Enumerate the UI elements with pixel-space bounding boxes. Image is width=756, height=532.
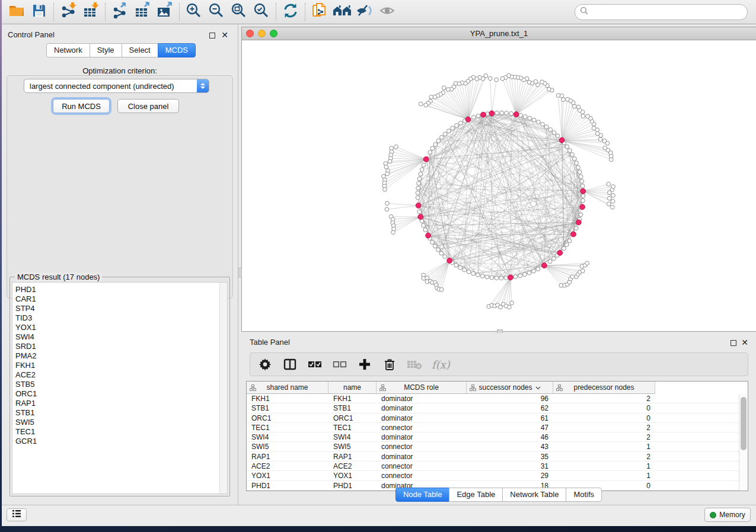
network-node[interactable] [442,86,446,90]
table-row[interactable]: SWI4SWI4dominator462 [247,432,739,442]
network-node[interactable] [580,184,585,188]
network-node[interactable] [527,80,531,84]
dominator-node[interactable] [580,204,585,210]
dominator-node[interactable] [489,111,495,116]
network-node[interactable] [385,172,390,176]
dominator-node[interactable] [541,263,547,268]
export-table-button[interactable] [131,1,154,23]
network-node[interactable] [592,126,596,130]
network-node[interactable] [454,263,458,267]
mcds-result-item[interactable]: STP4 [12,304,227,313]
table-row[interactable]: ACE2ACE2connector311 [247,462,739,471]
network-node[interactable] [417,210,422,214]
network-node[interactable] [480,274,484,278]
close-panel-icon[interactable]: ✕ [221,30,228,40]
table-tab-motifs[interactable]: Motifs [566,488,602,502]
network-node[interactable] [568,149,572,153]
network-node[interactable] [548,259,552,264]
delete-column-button[interactable] [382,357,397,372]
show-details-button[interactable] [376,1,398,23]
mcds-list-scrollbar[interactable] [219,283,227,493]
network-node[interactable] [579,175,583,179]
mcds-result-item[interactable]: TEC1 [12,427,227,437]
network-node[interactable] [495,276,499,280]
network-node[interactable] [548,127,553,132]
network-node[interactable] [500,111,504,115]
network-node[interactable] [433,143,438,147]
mcds-result-list[interactable]: PHD1CAR1STP4TID3YOX1SWI4SRD1PMA2FKH1ACE2… [12,282,228,494]
network-node[interactable] [565,243,569,247]
network-node[interactable] [544,125,548,129]
mcds-result-item[interactable]: RAP1 [12,399,227,408]
network-node[interactable] [495,78,499,82]
network-node[interactable] [383,187,387,191]
network-node[interactable] [507,305,511,309]
column-header-predecessor-nodes[interactable]: predecessor nodes [553,382,655,394]
network-node[interactable] [602,139,607,143]
network-node[interactable] [500,76,505,81]
network-node[interactable] [430,241,435,245]
network-node[interactable] [598,137,602,142]
export-image-button[interactable] [154,1,176,23]
network-node[interactable] [547,87,551,91]
mcds-result-item[interactable]: ORC1 [12,389,227,399]
table-vertical-scrollbar[interactable] [739,394,748,491]
table-tab-network-table[interactable]: Network Table [502,488,566,502]
table-row[interactable]: STB1STB1dominator620 [247,403,739,413]
network-node[interactable] [416,196,420,200]
network-node[interactable] [443,255,447,259]
network-node[interactable] [541,123,545,127]
create-new-column-button[interactable] [357,357,372,372]
control-tab-network[interactable]: Network [46,43,90,57]
network-node[interactable] [570,275,575,279]
mcds-result-item[interactable]: STB1 [12,408,227,418]
network-node[interactable] [455,123,459,127]
network-node[interactable] [611,194,615,198]
network-node[interactable] [429,95,433,99]
dominator-node[interactable] [418,214,423,220]
column-header-name[interactable]: name [328,382,377,394]
criterion-dropdown[interactable]: largest connected component (undirected) [24,79,209,93]
network-node[interactable] [485,275,489,279]
mcds-result-item[interactable]: GCR1 [12,437,227,446]
network-node[interactable] [580,269,585,273]
network-node[interactable] [572,157,576,161]
network-node[interactable] [552,131,556,135]
network-node[interactable] [490,275,494,280]
dominator-node[interactable] [580,188,586,194]
network-node[interactable] [462,268,467,272]
hide-details-button[interactable] [353,1,376,23]
network-node[interactable] [451,126,455,130]
network-node[interactable] [576,105,580,109]
network-node[interactable] [611,199,615,203]
network-node[interactable] [540,80,544,84]
network-node[interactable] [486,112,490,116]
mcds-result-item[interactable]: YOX1 [12,323,227,332]
network-canvas[interactable] [242,41,756,331]
network-node[interactable] [439,287,444,291]
network-node[interactable] [580,180,584,184]
network-node[interactable] [509,111,513,116]
network-window-titlebar[interactable]: YPA_prune.txt_1 [242,27,756,40]
mcds-result-item[interactable]: CAR1 [12,294,227,304]
dominator-node[interactable] [426,233,431,238]
dominator-node[interactable] [447,258,452,263]
dominator-node[interactable] [481,112,486,117]
network-node[interactable] [471,116,476,120]
network-node[interactable] [603,146,607,150]
network-node[interactable] [420,168,424,172]
network-node[interactable] [581,198,585,203]
network-node[interactable] [422,223,426,227]
save-session-button[interactable] [28,1,50,23]
dominator-node[interactable] [416,203,421,209]
overview-homes-button[interactable] [331,1,353,23]
network-node[interactable] [581,114,585,118]
table-tab-edge-table[interactable]: Edge Table [449,488,503,502]
import-table-button[interactable] [79,1,102,23]
network-node[interactable] [585,261,589,265]
network-node[interactable] [476,114,480,118]
network-node[interactable] [423,228,428,232]
export-network-button[interactable] [109,1,131,23]
network-node[interactable] [607,182,611,186]
float-panel-icon[interactable] [209,33,215,39]
